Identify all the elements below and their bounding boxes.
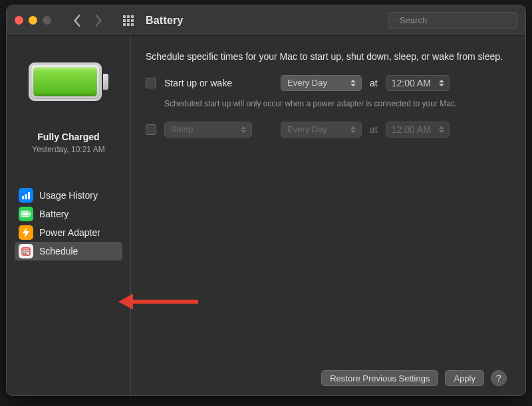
- sleep-checkbox[interactable]: [146, 124, 156, 135]
- bolt-icon: [19, 225, 33, 240]
- svg-rect-1: [127, 15, 130, 18]
- restore-button[interactable]: Restore Previous Settings: [321, 370, 438, 386]
- svg-rect-11: [22, 196, 24, 199]
- svg-rect-0: [123, 15, 126, 18]
- sleep-row: Sleep Every Day at 12:00 AM: [146, 122, 507, 138]
- sidebar-item-usage-history[interactable]: Usage History: [15, 186, 122, 205]
- select-value: Every Day: [287, 78, 327, 88]
- forward-icon[interactable]: [94, 15, 103, 27]
- apply-button[interactable]: Apply: [445, 370, 484, 386]
- svg-rect-7: [127, 23, 130, 26]
- svg-rect-8: [131, 23, 134, 26]
- titlebar: Battery: [7, 5, 525, 36]
- select-value: Every Day: [287, 124, 327, 134]
- grid-icon[interactable]: [123, 15, 134, 26]
- svg-point-23: [25, 253, 27, 254]
- startup-note: Scheduled start up will only occur when …: [164, 99, 507, 108]
- minimize-button[interactable]: [29, 16, 37, 25]
- svg-point-20: [25, 251, 27, 253]
- sidebar-label: Power Adapter: [39, 227, 100, 238]
- startup-row: Start up or wake Every Day at 12:00 AM: [146, 75, 507, 91]
- startup-label: Start up or wake: [164, 78, 273, 88]
- at-label: at: [370, 124, 378, 135]
- window-controls: [15, 16, 51, 25]
- calendar-icon: [19, 244, 33, 258]
- at-label: at: [370, 78, 378, 88]
- stepper-icon: [436, 124, 447, 136]
- help-button[interactable]: ?: [491, 370, 507, 386]
- time-value: 12:00 AM: [392, 124, 431, 135]
- sidebar-label: Schedule: [39, 246, 78, 256]
- preferences-window: Battery Fully Charged Yesterday, 10:21 A…: [6, 5, 526, 396]
- sidebar-item-power-adapter[interactable]: Power Adapter: [15, 223, 122, 242]
- battery-icon: [19, 207, 33, 221]
- schedule-description: Schedule specific times for your Mac to …: [146, 51, 507, 63]
- svg-rect-3: [123, 19, 126, 22]
- startup-time-field[interactable]: 12:00 AM: [386, 75, 450, 91]
- sidebar-label: Usage History: [39, 190, 98, 201]
- sidebar: Fully Charged Yesterday, 10:21 AM Usage …: [7, 36, 131, 395]
- svg-rect-13: [28, 192, 30, 199]
- sidebar-label: Battery: [39, 209, 68, 219]
- chevron-updown-icon: [348, 124, 358, 136]
- svg-point-22: [23, 253, 25, 254]
- search-field[interactable]: [388, 12, 517, 29]
- battery-graphic: [29, 62, 108, 101]
- startup-checkbox[interactable]: [146, 78, 156, 88]
- bar-chart-icon: [19, 188, 33, 203]
- svg-rect-15: [30, 213, 31, 215]
- startup-frequency-select[interactable]: Every Day: [281, 75, 362, 91]
- svg-rect-5: [131, 19, 134, 22]
- battery-status: Fully Charged: [37, 132, 99, 142]
- svg-rect-4: [127, 19, 130, 22]
- zoom-button[interactable]: [43, 16, 51, 25]
- svg-rect-6: [123, 23, 126, 26]
- svg-point-21: [27, 251, 29, 253]
- back-icon[interactable]: [72, 15, 82, 27]
- close-button[interactable]: [15, 16, 23, 25]
- select-value: Sleep: [171, 124, 193, 134]
- sleep-frequency-select[interactable]: Every Day: [281, 122, 362, 138]
- search-input[interactable]: [400, 15, 511, 25]
- svg-rect-16: [23, 213, 29, 216]
- sidebar-item-battery[interactable]: Battery: [15, 205, 122, 223]
- stepper-icon: [436, 77, 447, 89]
- sidebar-item-schedule[interactable]: Schedule: [15, 242, 122, 260]
- svg-line-10: [395, 21, 396, 21]
- battery-status-time: Yesterday, 10:21 AM: [32, 145, 104, 154]
- svg-rect-2: [131, 15, 134, 18]
- main-panel: Schedule specific times for your Mac to …: [131, 36, 525, 395]
- page-title: Battery: [146, 15, 184, 27]
- time-value: 12:00 AM: [392, 78, 431, 88]
- search-icon: [394, 16, 396, 25]
- sleep-action-select[interactable]: Sleep: [164, 122, 252, 138]
- annotation-arrow: [118, 294, 198, 310]
- footer: Restore Previous Settings Apply ?: [146, 370, 507, 386]
- svg-rect-12: [25, 194, 27, 199]
- chevron-updown-icon: [348, 77, 358, 89]
- chevron-updown-icon: [238, 124, 249, 136]
- nav-arrows: [72, 15, 103, 27]
- sleep-time-field[interactable]: 12:00 AM: [386, 122, 450, 138]
- svg-point-19: [23, 251, 25, 253]
